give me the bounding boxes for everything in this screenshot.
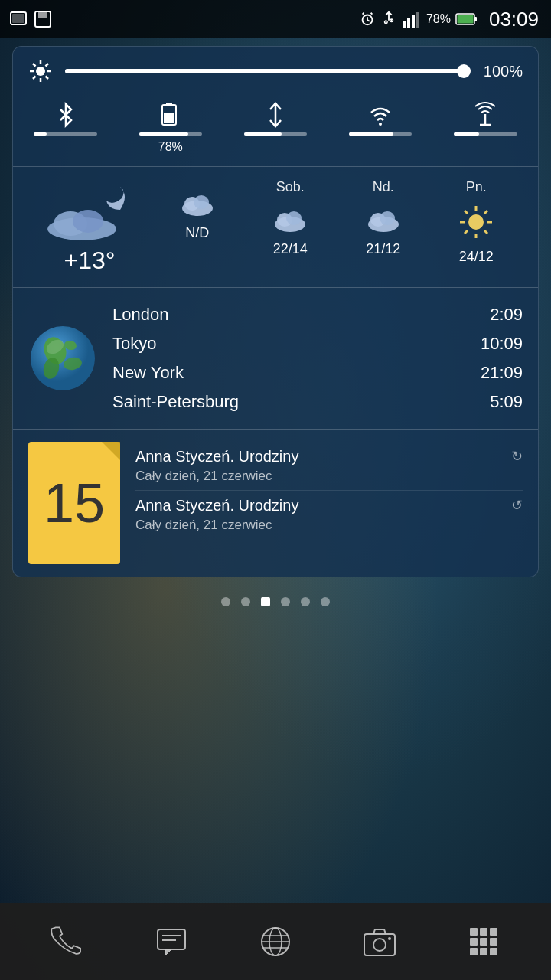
svg-rect-76 [490, 928, 497, 936]
page-dot-3[interactable] [261, 597, 270, 606]
forecast-sat-label: Sob. [276, 179, 305, 195]
svg-line-8 [370, 13, 372, 15]
svg-rect-3 [38, 11, 47, 18]
svg-rect-18 [474, 17, 477, 21]
clock-london: London 2:09 [112, 300, 523, 329]
wifi-slider [349, 132, 412, 136]
page-dot-2[interactable] [241, 597, 250, 606]
svg-line-28 [33, 77, 36, 80]
forecast-sat-icon [271, 203, 309, 234]
calendar-event-1: Anna Styczeń. Urodziny ↻ Cały dzień, 21 … [135, 442, 523, 491]
broadcast-icon [472, 102, 498, 128]
svg-point-48 [468, 214, 484, 230]
svg-point-72 [373, 939, 386, 951]
usb-icon [380, 11, 397, 28]
status-icons: 78% 03:09 [359, 8, 539, 31]
gallery-icon [9, 10, 28, 28]
event-1-refresh-icon[interactable]: ↻ [511, 448, 523, 465]
battery-icon [455, 11, 478, 27]
signal-slider [454, 132, 517, 136]
forecast-mon-label: Pn. [466, 179, 487, 195]
weather-section: +13° N/D Sob. [13, 167, 538, 288]
forecast-mon-icon [457, 203, 495, 241]
brightness-slider[interactable] [65, 69, 465, 74]
dock [0, 903, 551, 980]
forecast-today-icon [178, 187, 217, 217]
dock-browser[interactable] [253, 919, 298, 965]
svg-rect-71 [364, 934, 395, 956]
qs-data[interactable] [223, 102, 328, 154]
clock-tokyo: Tokyo 10:09 [112, 329, 523, 358]
calendar-events-list: Anna Styczeń. Urodziny ↻ Cały dzień, 21 … [135, 442, 523, 564]
forecast-sun-icon [364, 203, 403, 234]
svg-rect-75 [480, 928, 487, 936]
battery-slider [139, 132, 202, 136]
svg-rect-19 [457, 15, 473, 24]
qs-bluetooth[interactable] [13, 102, 118, 154]
svg-rect-13 [403, 21, 406, 28]
bluetooth-slider [34, 132, 96, 136]
event-1-detail: Cały dzień, 21 czerwiec [135, 469, 272, 483]
weather-forecast: N/D Sob. 22/14 Nd. [151, 179, 523, 265]
page-dot-6[interactable] [321, 597, 330, 606]
forecast-today-temp: N/D [185, 225, 209, 241]
weather-current: +13° [28, 179, 151, 275]
svg-point-20 [36, 67, 45, 76]
forecast-sat-temp: 22/14 [273, 241, 308, 257]
dock-message[interactable] [148, 919, 194, 965]
page-dot-1[interactable] [221, 597, 230, 606]
forecast-sat: Sob. 22/14 [244, 179, 337, 265]
qs-signal[interactable] [433, 102, 538, 154]
clock-new-york-city: New York [112, 363, 184, 383]
svg-point-73 [388, 937, 391, 940]
battery-qs-icon [158, 102, 184, 128]
page-dot-5[interactable] [301, 597, 310, 606]
clocks-list: London 2:09 Tokyo 10:09 New York 21:09 S… [112, 300, 523, 416]
clock-new-york: New York 21:09 [112, 358, 523, 387]
brightness-thumb [457, 64, 471, 78]
event-2-detail: Cały dzień, 21 czerwiec [135, 518, 272, 532]
clock-london-city: London [112, 305, 168, 325]
calendar-event-2: Anna Styczeń. Urodziny ↺ Cały dzień, 21 … [135, 491, 523, 539]
svg-rect-31 [164, 113, 174, 123]
status-time: 03:09 [489, 8, 539, 31]
clock-spb-city: Saint-Petersburg [112, 392, 239, 412]
dock-camera[interactable] [357, 919, 403, 965]
qs-wifi[interactable] [328, 102, 433, 154]
alarm-icon [359, 11, 376, 28]
save-icon [34, 10, 52, 28]
event-2-refresh-icon[interactable]: ↺ [511, 497, 523, 514]
clock-spb-time: 5:09 [490, 392, 523, 412]
calendar-date-box: 15 [28, 442, 120, 564]
svg-line-55 [484, 211, 487, 214]
clock-tokyo-time: 10:09 [481, 334, 523, 354]
page-dot-4[interactable] [281, 597, 290, 606]
svg-rect-81 [480, 948, 487, 956]
qs-battery[interactable]: 78% [118, 102, 223, 154]
calendar-section: 15 Anna Styczeń. Urodziny ↻ Cały dzień, … [13, 430, 538, 577]
weather-temperature: +13° [64, 247, 115, 275]
svg-point-44 [286, 211, 302, 225]
dock-apps[interactable] [461, 919, 507, 965]
svg-line-26 [46, 77, 49, 80]
battery-percent: 78% [426, 12, 451, 26]
signal-icon [402, 11, 422, 28]
svg-point-47 [380, 211, 395, 225]
svg-rect-77 [470, 938, 478, 946]
clock-tokyo-city: Tokyo [112, 334, 156, 354]
brightness-section: 100% [13, 47, 538, 96]
event-2-title: Anna Styczeń. Urodziny [135, 497, 298, 514]
dock-phone[interactable] [44, 919, 90, 965]
svg-line-7 [362, 13, 364, 15]
svg-line-53 [465, 211, 468, 214]
svg-line-27 [46, 64, 49, 67]
svg-rect-80 [470, 948, 478, 956]
svg-rect-74 [470, 928, 478, 936]
svg-line-6 [367, 20, 370, 21]
svg-rect-30 [166, 103, 172, 106]
forecast-sun-temp: 21/12 [366, 241, 400, 257]
forecast-mon-temp: 24/12 [459, 249, 494, 265]
data-slider [244, 132, 307, 136]
event-1-title: Anna Styczeń. Urodziny [135, 448, 298, 466]
svg-rect-15 [412, 15, 415, 28]
